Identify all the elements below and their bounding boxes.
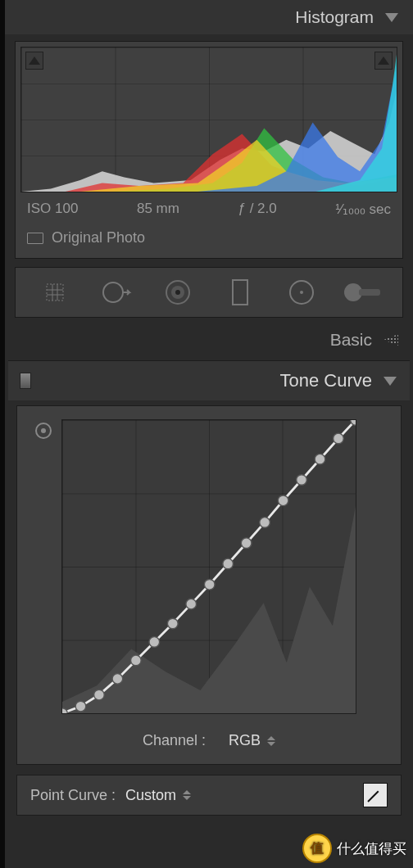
basic-title: Basic <box>330 330 372 350</box>
highlight-clipping-toggle[interactable] <box>374 52 393 70</box>
exif-aperture: ƒ / 2.0 <box>238 201 276 218</box>
tone-curve-swatch[interactable] <box>20 373 31 389</box>
histogram-panel-header[interactable]: Histogram <box>5 0 413 34</box>
svg-point-24 <box>204 579 215 590</box>
tone-curve-body: Channel : RGB <box>16 405 402 765</box>
tone-curve-svg <box>62 420 356 713</box>
exif-row: ISO 100 85 mm ƒ / 2.0 ¹⁄₁₀₀₀ sec <box>20 192 397 218</box>
svg-point-5 <box>103 283 123 302</box>
adjustment-brush-tool[interactable] <box>339 273 387 312</box>
svg-point-17 <box>75 701 86 712</box>
svg-point-8 <box>175 290 180 295</box>
graduated-filter-tool[interactable] <box>216 273 264 312</box>
tone-curve-section: Tone Curve Channel : RGB Point Curve : C… <box>8 360 410 816</box>
exif-shutter: ¹⁄₁₀₀₀ sec <box>335 201 391 218</box>
svg-rect-9 <box>233 280 247 305</box>
watermark-text: 什么值得买 <box>337 839 406 858</box>
svg-point-22 <box>167 618 178 629</box>
histogram-svg <box>21 47 397 192</box>
svg-point-27 <box>260 518 270 528</box>
channel-select[interactable]: RGB <box>229 732 275 749</box>
svg-point-28 <box>278 495 288 506</box>
histogram-chart[interactable] <box>20 47 397 192</box>
crop-tool[interactable] <box>31 273 79 312</box>
svg-rect-0 <box>47 284 63 301</box>
exif-iso: ISO 100 <box>27 201 78 218</box>
chevron-down-icon[interactable] <box>384 377 397 386</box>
svg-point-11 <box>300 291 303 294</box>
tool-strip <box>15 267 403 318</box>
original-photo-checkbox[interactable] <box>27 233 43 244</box>
svg-point-29 <box>297 475 307 486</box>
histogram-panel: ISO 100 85 mm ƒ / 2.0 ¹⁄₁₀₀₀ sec Origina… <box>15 41 403 259</box>
svg-point-30 <box>315 454 325 464</box>
svg-point-18 <box>94 689 105 700</box>
tone-curve-header[interactable]: Tone Curve <box>8 361 410 400</box>
svg-point-20 <box>131 655 142 666</box>
point-curve-select[interactable]: Custom <box>125 787 191 804</box>
watermark-badge: 值 <box>302 834 332 863</box>
original-photo-row[interactable]: Original Photo <box>20 218 397 250</box>
tone-curve-chart[interactable] <box>61 419 356 714</box>
point-curve-label: Point Curve : <box>30 787 116 804</box>
stepper-icon[interactable] <box>267 736 275 746</box>
stepper-icon[interactable] <box>183 790 191 800</box>
histogram-title: Histogram <box>295 7 374 27</box>
spot-removal-tool[interactable] <box>93 273 140 312</box>
shadow-clipping-toggle[interactable] <box>25 52 43 70</box>
svg-point-31 <box>334 433 344 444</box>
svg-point-19 <box>112 674 123 685</box>
targeted-adjustment-icon[interactable] <box>34 421 53 441</box>
svg-point-21 <box>149 637 160 648</box>
chevron-down-icon[interactable] <box>385 13 398 22</box>
svg-point-15 <box>41 428 46 433</box>
svg-point-23 <box>186 599 197 609</box>
tone-curve-title: Tone Curve <box>279 370 372 391</box>
channel-label: Channel : <box>143 732 206 749</box>
exif-focal: 85 mm <box>137 201 179 218</box>
basic-panel-header[interactable]: Basic <box>5 321 413 359</box>
point-curve-row: Point Curve : Custom <box>16 775 402 816</box>
svg-point-26 <box>241 538 252 549</box>
original-photo-label: Original Photo <box>52 229 145 246</box>
svg-rect-13 <box>359 289 380 296</box>
radial-filter-tool[interactable] <box>278 273 325 312</box>
svg-point-25 <box>223 558 234 569</box>
edit-point-curve-button[interactable] <box>363 783 388 807</box>
redeye-tool[interactable] <box>154 273 202 312</box>
chevron-left-icon[interactable] <box>384 334 398 346</box>
channel-row: Channel : RGB <box>37 732 381 749</box>
watermark: 值 什么值得买 <box>302 834 406 863</box>
